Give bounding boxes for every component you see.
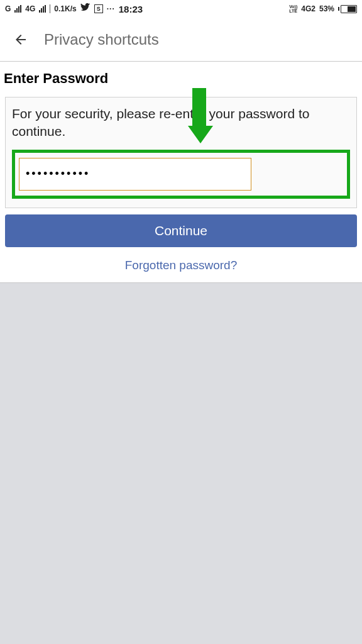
signal-4g2: 4G2: [301, 4, 315, 13]
volte-bottom: LTE: [289, 9, 297, 13]
twitter-icon: [80, 3, 90, 15]
continue-button[interactable]: Continue: [5, 214, 357, 247]
boxed-s-icon: S: [94, 4, 103, 13]
section-title: Enter Password: [0, 62, 362, 93]
status-right: Vo)) LTE 4G2 53%: [289, 4, 357, 13]
page-title: Privacy shortcuts: [44, 31, 159, 48]
battery-percent: 53%: [319, 4, 334, 13]
instruction-text: For your security, please re-enter your …: [12, 105, 350, 141]
network-type-1: G: [5, 4, 11, 13]
content-area: Enter Password For your security, please…: [0, 62, 362, 283]
network-type-2: 4G: [25, 4, 35, 13]
arrow-left-icon: [12, 32, 30, 47]
back-button[interactable]: [11, 30, 30, 49]
status-left: G 4G 0.1K/s S ··· 18:23: [5, 3, 143, 15]
more-dots-icon: ···: [107, 4, 115, 13]
annotation-highlight-box: [12, 150, 350, 199]
forgotten-password-link[interactable]: Forgotten password?: [0, 252, 362, 282]
signal-bars-2-icon: [39, 5, 46, 13]
data-speed: 0.1K/s: [54, 4, 76, 13]
password-input[interactable]: [19, 158, 251, 191]
volte-icon: Vo)) LTE: [289, 4, 297, 13]
volte-top: Vo)): [289, 4, 297, 9]
clock-time: 18:23: [119, 4, 143, 14]
battery-icon: [338, 5, 357, 13]
form-box: For your security, please re-enter your …: [5, 97, 357, 208]
nav-bar: Privacy shortcuts: [0, 18, 362, 62]
divider-icon: [50, 4, 50, 13]
signal-bars-1-icon: [14, 5, 21, 13]
status-bar: G 4G 0.1K/s S ··· 18:23 Vo)) LTE 4G2 53%: [0, 0, 362, 18]
